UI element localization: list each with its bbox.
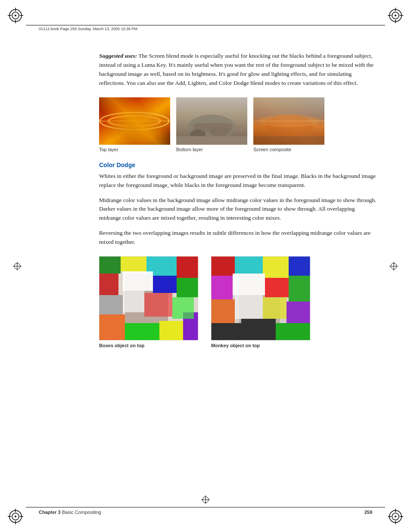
bottom-layer-caption: Bottom layer bbox=[176, 147, 247, 152]
suggested-uses-label: Suggested uses: bbox=[99, 53, 137, 59]
corner-tr bbox=[388, 8, 403, 23]
svg-rect-65 bbox=[159, 321, 183, 340]
svg-rect-60 bbox=[123, 271, 153, 291]
boxes-image-block: Boxes object on top bbox=[99, 256, 198, 348]
svg-point-2 bbox=[15, 15, 16, 16]
header-meta: 01112.book Page 259 Sunday, March 13, 20… bbox=[39, 27, 137, 31]
screen-composite-caption: Screen composite bbox=[253, 147, 324, 152]
svg-rect-75 bbox=[263, 256, 289, 278]
top-images-row: Top layer bbox=[99, 97, 377, 152]
svg-rect-47 bbox=[253, 97, 324, 145]
svg-rect-46 bbox=[176, 136, 247, 145]
svg-rect-64 bbox=[125, 323, 159, 340]
svg-rect-79 bbox=[265, 278, 289, 297]
svg-rect-54 bbox=[99, 256, 121, 274]
footer-border bbox=[26, 507, 385, 507]
top-layer-caption: Top layer bbox=[99, 147, 170, 152]
svg-rect-82 bbox=[235, 295, 263, 319]
svg-rect-76 bbox=[289, 256, 310, 276]
reg-mark-bottom-center bbox=[201, 495, 210, 504]
svg-point-38 bbox=[100, 112, 169, 130]
svg-rect-86 bbox=[241, 319, 276, 340]
boxes-image bbox=[99, 256, 198, 340]
svg-rect-55 bbox=[121, 256, 146, 271]
monkey-image-caption: Monkey object on top bbox=[211, 343, 310, 348]
corner-br bbox=[388, 509, 403, 524]
svg-rect-37 bbox=[99, 97, 170, 145]
footer-left: Chapter 3 Basic Compositing bbox=[39, 510, 101, 515]
boxes-image-caption: Boxes object on top bbox=[99, 343, 198, 348]
svg-point-48 bbox=[265, 115, 312, 136]
color-dodge-paragraph3: Reversing the two overlapping images res… bbox=[99, 229, 377, 247]
footer-page-number: 259 bbox=[364, 510, 372, 515]
svg-point-49 bbox=[258, 115, 319, 128]
header-border bbox=[26, 25, 385, 25]
monkey-image bbox=[211, 256, 310, 340]
svg-rect-84 bbox=[286, 302, 310, 323]
svg-rect-81 bbox=[211, 299, 235, 323]
suggested-uses-paragraph: Suggested uses: The Screen blend mode is… bbox=[99, 52, 377, 88]
svg-rect-67 bbox=[123, 291, 144, 312]
svg-rect-58 bbox=[99, 274, 118, 295]
reg-mark-left bbox=[13, 262, 22, 271]
corner-bl bbox=[8, 509, 23, 524]
svg-point-45 bbox=[210, 127, 229, 137]
screen-composite-image bbox=[253, 97, 324, 145]
top-layer-image bbox=[99, 97, 170, 145]
svg-rect-57 bbox=[177, 256, 198, 278]
bottom-layer-image bbox=[176, 97, 247, 145]
page: 01112.book Page 259 Sunday, March 13, 20… bbox=[0, 0, 411, 532]
svg-point-23 bbox=[395, 516, 396, 517]
svg-rect-63 bbox=[99, 314, 125, 340]
bottom-layer-block: Bottom layer bbox=[176, 97, 247, 152]
color-dodge-heading: Color Dodge bbox=[99, 162, 377, 168]
color-dodge-paragraph2: Midrange color values in the background … bbox=[99, 196, 377, 223]
footer-chapter: Chapter 3 bbox=[39, 510, 61, 515]
monkey-image-block: Monkey object on top bbox=[211, 256, 310, 348]
svg-rect-77 bbox=[211, 276, 233, 299]
svg-rect-51 bbox=[253, 136, 324, 145]
corner-tl bbox=[8, 8, 23, 23]
svg-rect-78 bbox=[233, 274, 265, 295]
svg-rect-61 bbox=[153, 276, 177, 293]
svg-rect-59 bbox=[99, 295, 123, 314]
suggested-uses-body: The Screen blend mode is especially usef… bbox=[99, 53, 374, 86]
reg-mark-right bbox=[389, 262, 398, 271]
svg-rect-68 bbox=[144, 293, 172, 317]
svg-rect-69 bbox=[172, 297, 194, 319]
bottom-images-row: Boxes object on top bbox=[99, 256, 377, 348]
svg-rect-80 bbox=[289, 276, 310, 302]
svg-point-39 bbox=[109, 116, 160, 126]
svg-rect-73 bbox=[211, 256, 235, 276]
color-dodge-paragraph1: Whites in either the foreground or backg… bbox=[99, 172, 377, 190]
screen-composite-block: Screen composite bbox=[253, 97, 324, 152]
footer-section: Basic Compositing bbox=[62, 510, 101, 515]
top-layer-block: Top layer bbox=[99, 97, 170, 152]
svg-point-9 bbox=[395, 15, 396, 16]
svg-rect-74 bbox=[235, 256, 263, 274]
svg-rect-85 bbox=[211, 323, 241, 340]
main-content: Suggested uses: The Screen blend mode is… bbox=[99, 52, 377, 352]
svg-rect-62 bbox=[177, 278, 198, 297]
svg-rect-87 bbox=[276, 323, 310, 340]
svg-point-16 bbox=[15, 516, 16, 517]
svg-rect-83 bbox=[263, 297, 286, 319]
